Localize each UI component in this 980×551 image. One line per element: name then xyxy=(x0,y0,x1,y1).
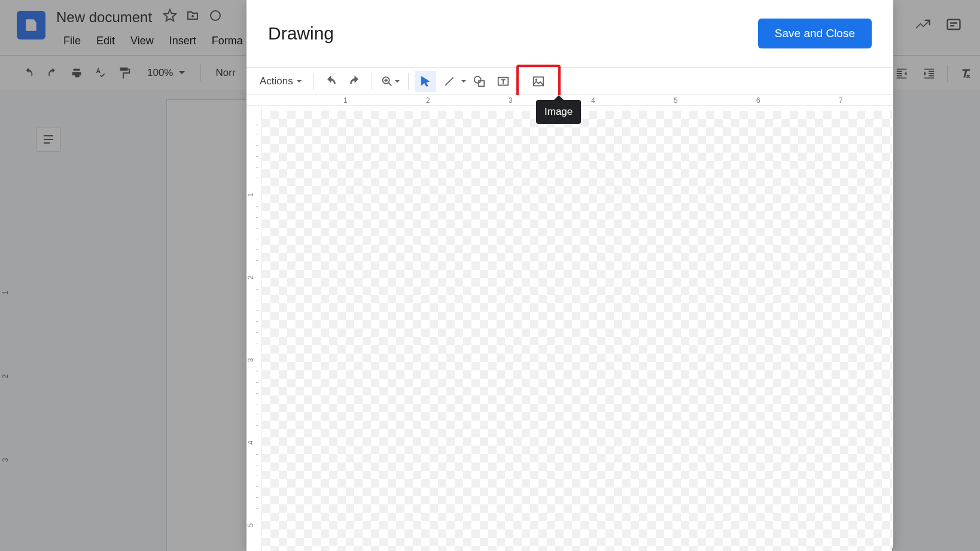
drawing-canvas[interactable] xyxy=(262,111,892,551)
redo-button[interactable] xyxy=(344,71,366,92)
actions-label: Actions xyxy=(260,75,293,87)
svg-point-4 xyxy=(474,76,481,83)
ruler-mark: 3 xyxy=(509,96,513,105)
dialog-title: Drawing xyxy=(268,23,334,44)
ruler-mark: 1 xyxy=(343,96,348,105)
chevron-down-icon xyxy=(395,80,400,83)
shape-tool[interactable] xyxy=(468,71,490,92)
text-box-tool[interactable] xyxy=(492,71,514,92)
ruler-mark: 1 xyxy=(246,193,255,197)
drawing-toolbar: Actions xyxy=(246,68,893,95)
undo-button[interactable] xyxy=(320,71,342,92)
ruler-mark: 3 xyxy=(246,358,255,363)
ruler-mark: 6 xyxy=(756,96,760,105)
svg-point-8 xyxy=(535,78,537,80)
drawing-vertical-ruler: 1 2 3 4 5 xyxy=(246,106,262,551)
image-tooltip: Image xyxy=(536,100,581,124)
actions-menu[interactable]: Actions xyxy=(254,72,308,91)
ruler-mark: 4 xyxy=(246,441,255,445)
ruler-mark: 2 xyxy=(426,96,430,105)
svg-rect-5 xyxy=(479,81,484,86)
ruler-mark: 5 xyxy=(674,96,678,105)
ruler-mark: 5 xyxy=(246,523,255,528)
drawing-content-area: 1 2 3 4 5 xyxy=(246,106,893,551)
zoom-dropdown[interactable] xyxy=(378,72,402,90)
chevron-down-icon xyxy=(297,80,302,83)
save-and-close-button[interactable]: Save and Close xyxy=(758,19,872,48)
dialog-header: Drawing Save and Close xyxy=(246,0,893,68)
ruler-mark: 2 xyxy=(246,276,255,280)
ruler-mark: 4 xyxy=(591,96,595,105)
ruler-mark: 7 xyxy=(839,96,843,105)
chevron-down-icon xyxy=(461,80,466,83)
image-tool[interactable] xyxy=(516,65,561,98)
line-tool[interactable] xyxy=(439,71,466,92)
svg-line-3 xyxy=(445,77,453,85)
select-tool[interactable] xyxy=(415,71,436,92)
drawing-dialog: Drawing Save and Close Actions xyxy=(246,0,893,551)
